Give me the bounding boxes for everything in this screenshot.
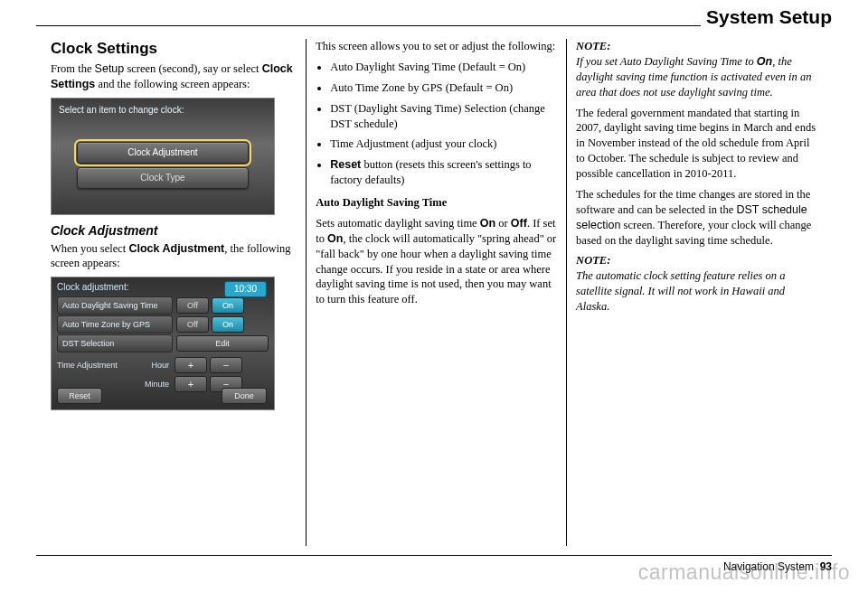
screen2-clock: 10:30 <box>224 281 267 297</box>
row-dst-selection: DST Selection Edit <box>57 335 269 352</box>
row-auto-tz: Auto Time Zone by GPS Off On <box>57 316 269 333</box>
auto-dst-on[interactable]: On <box>212 297 244 314</box>
note2-body: The automatic clock setting feature reli… <box>576 269 785 313</box>
time-adjustment-label: Time Adjustment <box>57 360 126 371</box>
hour-row: Time Adjustment Hour + − <box>57 357 269 373</box>
note2-heading: NOTE: <box>576 254 610 267</box>
col3-p3: The schedules for the time changes are s… <box>576 187 817 249</box>
bullet-auto-tz: Auto Time Zone by GPS (Default = On) <box>330 80 557 96</box>
hour-plus[interactable]: + <box>175 357 207 373</box>
screen1-buttons: Clock Adjustment Clock Type <box>77 142 249 193</box>
row-auto-tz-label: Auto Time Zone by GPS <box>57 315 173 334</box>
column-1: Clock Settings From the Setup screen (se… <box>42 39 306 546</box>
col2-lead: This screen allows you to set or adjust … <box>316 39 557 54</box>
row-auto-dst: Auto Daylight Saving Time Off On <box>57 297 269 314</box>
done-button[interactable]: Done <box>222 388 267 404</box>
column-2: This screen allows you to set or adjust … <box>306 39 566 546</box>
note-1: NOTE: If you set Auto Daylight Saving Ti… <box>576 39 817 100</box>
clock-adjustment-paragraph: When you select Clock Adjustment, the fo… <box>51 241 297 272</box>
heading-auto-dst: Auto Daylight Saving Time <box>316 195 557 211</box>
screen2-title: Clock adjustment: <box>57 281 128 294</box>
bullet-dst-selection: DST (Daylight Saving Time) Selection (ch… <box>330 101 557 132</box>
column-3: NOTE: If you set Auto Daylight Saving Ti… <box>566 39 826 546</box>
auto-tz-off[interactable]: Off <box>176 316 209 333</box>
bullet-time-adjustment: Time Adjustment (adjust your clock) <box>330 136 557 152</box>
hour-minus[interactable]: − <box>210 357 242 373</box>
section-title-clock-settings: Clock Settings <box>51 39 297 60</box>
hour-label: Hour <box>126 360 169 371</box>
columns: Clock Settings From the Setup screen (se… <box>36 26 832 555</box>
row-dst-selection-label: DST Selection <box>57 334 173 352</box>
intro-paragraph: From the Setup screen (second), say or s… <box>51 61 297 92</box>
bullet-auto-dst: Auto Daylight Saving Time (Default = On) <box>330 60 557 75</box>
note1-heading: NOTE: <box>576 40 610 52</box>
screen2-bottom: Reset Done <box>57 388 267 404</box>
dst-edit-button[interactable]: Edit <box>176 335 269 352</box>
auto-tz-on[interactable]: On <box>212 316 244 333</box>
auto-dst-body: Sets automatic daylight saving time On o… <box>316 216 557 307</box>
clock-type-button[interactable]: Clock Type <box>77 167 249 189</box>
page-number: 93 <box>820 560 832 573</box>
clock-adjustment-button[interactable]: Clock Adjustment <box>77 142 249 164</box>
page-footer: Navigation System 93 <box>718 560 832 573</box>
subheading-clock-adjustment: Clock Adjustment <box>51 222 297 240</box>
page-header: System Setup <box>701 6 832 28</box>
page-frame: System Setup Navigation System 93 Clock … <box>36 25 832 556</box>
screen1-title: Select an item to change clock: <box>59 104 184 117</box>
col3-p2: The federal government mandated that sta… <box>576 106 817 182</box>
row-auto-dst-label: Auto Daylight Saving Time <box>57 296 173 315</box>
setup-label: Setup <box>95 62 125 75</box>
screenshot-clock-menu: Select an item to change clock: Clock Ad… <box>51 98 275 215</box>
reset-button[interactable]: Reset <box>57 388 102 404</box>
row-auto-dst-toggle: Off On <box>176 297 244 314</box>
footer-label: Navigation System <box>723 560 814 573</box>
col2-bullets: Auto Daylight Saving Time (Default = On)… <box>330 60 557 188</box>
note-2: NOTE: The automatic clock setting featur… <box>576 253 817 315</box>
screen2-rows: Auto Daylight Saving Time Off On Auto Ti… <box>57 297 269 354</box>
auto-dst-off[interactable]: Off <box>176 297 209 314</box>
screenshot-clock-adjustment: Clock adjustment: 10:30 Auto Daylight Sa… <box>51 277 275 410</box>
bullet-reset: Reset button (resets this screen's setti… <box>330 157 557 188</box>
row-auto-tz-toggle: Off On <box>176 316 244 333</box>
